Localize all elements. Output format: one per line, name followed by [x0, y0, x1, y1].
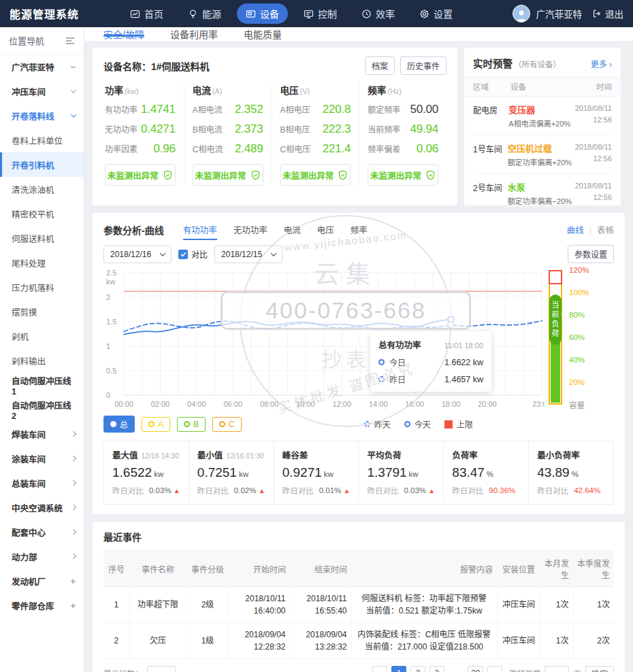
metric-row: 额定频率50.00 [368, 103, 438, 116]
rows-per-page-select[interactable]: ▾ [147, 666, 176, 672]
sidebar-item[interactable]: 剁机 [0, 324, 84, 348]
parameter-tab[interactable]: 电流 [284, 223, 301, 240]
stat-card: 峰谷差 0.9271kw 昨日对比0.01% ▲ [274, 441, 359, 504]
series-button[interactable]: C [212, 417, 242, 432]
nav-item-control[interactable]: 控制 [295, 3, 346, 24]
sidebar-item[interactable]: 动力部 [0, 544, 84, 569]
arrow-up-icon: ▲ [428, 487, 435, 494]
load-gauge: 78% 当前负荷 120%100%80%60%40%20%容量 [545, 266, 610, 411]
sidebar-item[interactable]: 剁料输出 [0, 348, 84, 373]
view-table[interactable]: 表格 [597, 223, 614, 236]
view-curve[interactable]: 曲线 [567, 223, 584, 236]
series-button-total[interactable]: 总 [103, 416, 135, 433]
sidebar-item[interactable]: 发动机厂 + [0, 569, 84, 593]
compare-checkbox[interactable]: 对比 [178, 248, 208, 260]
parameter-tab[interactable]: 无功功率 [233, 223, 267, 240]
no-anomaly-button[interactable]: 未监测出异常 [193, 164, 263, 186]
next-page-button[interactable]: › [487, 666, 502, 672]
tooltip-row-today: 今日 1.6622 kw [378, 356, 483, 368]
nav-item-efficiency[interactable]: 效率 [353, 3, 404, 24]
sidebar-item[interactable]: 自动伺服冲压线1 [0, 373, 84, 397]
parameter-tab[interactable]: 有功功率 [183, 223, 217, 240]
confirm-button[interactable]: 确定 [585, 666, 614, 672]
parameter-tab[interactable]: 频率 [351, 223, 368, 240]
date-select-compare[interactable]: 2018/12/15 [214, 246, 282, 263]
page-button[interactable]: 3 [429, 666, 444, 672]
sidebar-item[interactable]: 开卷落料线 [0, 103, 84, 128]
series-buttons: 总ABC [103, 416, 248, 433]
sidebar-item[interactable]: 焊装车间 [0, 422, 84, 446]
no-anomaly-button[interactable]: 未监测出异常 [368, 164, 438, 186]
parameter-analysis-panel: 参数分析-曲线 有功功率无功功率电流电压频率 曲线 | 表格 2018/12/1… [93, 213, 625, 514]
app-title: 能源管理系统 [10, 5, 79, 22]
prev-page-button[interactable]: ‹ [372, 666, 387, 672]
sidebar-item[interactable]: 广汽菲亚特 − [0, 54, 84, 79]
nav-item-energy[interactable]: 能源 [179, 3, 230, 24]
sidebar-item[interactable]: 清洗涂油机 [0, 177, 84, 201]
sidebar-item[interactable]: 冲压车间 [0, 79, 84, 103]
sidebar-item[interactable]: 摆剪摸 [0, 299, 84, 324]
alert-row: 配电房 变压器 A相电流偏离+20% 2018/08/1112:56 [473, 97, 612, 135]
power-curve-chart[interactable]: 00.511.522.5kw00:0002:0004:0006:0008:001… [103, 266, 614, 411]
shield-check-icon [425, 170, 436, 180]
sidebar-item[interactable]: 中央空调系统 [0, 495, 84, 520]
sidebar-item[interactable]: 自动伺服冲压线2 [0, 397, 84, 422]
arrow-up-icon: ▲ [174, 487, 180, 494]
alerts-more-link[interactable]: 更多 › [591, 58, 612, 69]
gauge-bar: 78% 当前负荷 [549, 270, 562, 405]
tab[interactable]: 安全/故障 [103, 27, 144, 41]
collapse-menu-icon[interactable] [65, 37, 75, 45]
ellipsis: … [449, 666, 464, 672]
series-button[interactable]: B [177, 417, 206, 432]
chevron-right-icon [71, 505, 76, 510]
date-select-primary[interactable]: 2018/12/16 [103, 246, 172, 263]
sidebar-item[interactable]: 总装车间 [0, 471, 84, 495]
pagination: 显示行数： ▾ ‹123…30›跳转至第页确定 [103, 666, 614, 672]
archive-button[interactable]: 档案 [365, 56, 395, 75]
metric-card: 功率(kw) 有功功率1.4741无功功率0.4271功率因素0.96 未监测出… [103, 83, 184, 186]
line-legend: 昨天今天上限 [364, 418, 473, 430]
page-button[interactable]: 30 [468, 666, 483, 672]
sidebar-item[interactable]: 配套中心 [0, 520, 84, 544]
rows-per-page-label: 显示行数： [103, 668, 143, 672]
tab[interactable]: 电能质量 [244, 27, 282, 41]
shield-check-icon [250, 170, 261, 180]
logout-button[interactable]: 退出 [592, 7, 623, 20]
sidebar-item[interactable]: 压力机落料 [0, 275, 84, 299]
parameter-tab[interactable]: 电压 [317, 223, 334, 240]
sidebar-item[interactable]: 开卷引料机 [0, 152, 84, 177]
history-events-button[interactable]: 历史事件 [400, 56, 447, 75]
svg-text:0: 0 [106, 391, 110, 399]
jump-page-input[interactable] [545, 666, 569, 672]
page-button[interactable]: 2 [410, 666, 425, 672]
user-avatar[interactable] [513, 5, 530, 22]
sidebar-item[interactable]: 尾料处理 [0, 250, 84, 275]
svg-text:2.5: 2.5 [106, 269, 116, 277]
chevron-right-icon [71, 456, 76, 461]
no-anomaly-button[interactable]: 未监测出异常 [280, 164, 351, 186]
svg-text:12:00: 12:00 [333, 400, 352, 408]
view-switch: 曲线 | 表格 [567, 223, 614, 236]
series-button[interactable]: A [142, 417, 170, 432]
sidebar-item[interactable]: 精密校平机 [0, 201, 84, 226]
no-anomaly-button[interactable]: 未监测出异常 [105, 164, 176, 186]
current-load-badge: 当前负荷 [549, 295, 562, 345]
nav-item-settings[interactable]: 设置 [410, 3, 461, 24]
svg-text:kw: kw [106, 278, 116, 286]
user-name: 广汽菲亚特 [536, 7, 583, 20]
nav-item-device[interactable]: 设备 [237, 3, 288, 24]
page-button[interactable]: 1 [391, 666, 406, 672]
chevron-right-icon [71, 554, 76, 559]
nav-item-home[interactable]: 首页 [121, 3, 172, 24]
sidebar-item[interactable]: 卷料上料单位 [0, 128, 84, 152]
stat-card: 最小负荷率 43.89% 昨日对比42.64% [528, 441, 613, 504]
sidebar-item[interactable]: 零件部仓库 + [0, 593, 84, 618]
sidebar-item[interactable]: 涂装车间 [0, 446, 84, 471]
events-table: 序号事件名称事件分级开始时间结束时间报警内容安装位置本月发生本季度发生 1功率超… [103, 550, 614, 659]
parameter-settings-button[interactable]: 参数设置 [568, 245, 614, 263]
settings-icon [419, 9, 429, 19]
legend-item: 昨天 [364, 418, 391, 430]
tab[interactable]: 设备利用率 [170, 27, 218, 41]
svg-text:18:00: 18:00 [442, 400, 461, 408]
sidebar-item[interactable]: 伺服送料机 [0, 226, 84, 250]
